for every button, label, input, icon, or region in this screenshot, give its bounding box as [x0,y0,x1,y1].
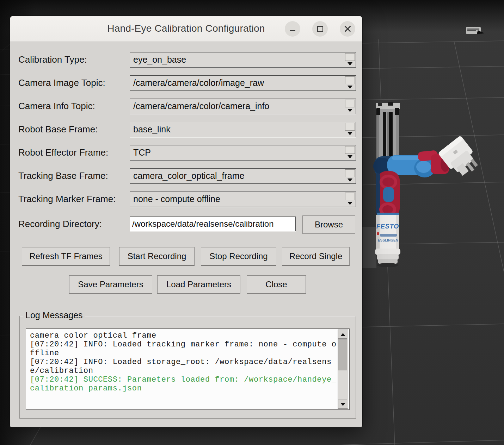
robot-base-frame-value: base_link [133,122,342,137]
dialog-title: Hand-Eye Calibration Configuration [10,23,362,34]
camera-info-topic-label: Camera Info Topic: [18,99,95,113]
log-line: [07:20:42] INFO: Loaded storage_root: /w… [30,358,337,375]
chevron-down-icon [348,178,352,182]
tracking-marker-frame-value: none - compute offline [133,192,342,206]
robot-effector-frame-combobox[interactable]: TCP [130,145,356,161]
log-output: camera_color_optical_frame [07:20:42] IN… [26,328,350,410]
combo-button[interactable] [345,193,355,200]
save-parameters-button[interactable]: Save Parameters [69,275,152,294]
camera-image-topic-label: Camera Image Topic: [18,75,105,90]
close-button[interactable]: Close [247,275,306,294]
log-line: [07:20:42] SUCCESS: Parameters loaded fr… [30,375,337,393]
rviz-3d-viewport[interactable]: FESTO ESSLINGEN Hand-Eye Calibration Con… [0,0,504,445]
combo-button[interactable] [345,76,355,84]
minimize-button[interactable] [285,21,300,37]
robot-base-frame-combobox[interactable]: base_link [130,122,356,137]
log-messages-groupbox: Log Messages camera_color_optical_frame … [19,316,356,419]
arrow-up-icon [340,333,345,336]
arrow-down-icon [340,403,345,406]
maximize-icon [317,26,323,32]
camera-info-topic-combobox[interactable]: /camera/camera/color/camera_info [130,99,356,114]
chevron-down-icon [348,155,352,158]
chevron-down-icon [348,202,352,205]
robot-effector-frame-label: Robot Effector Frame: [18,145,108,160]
robot-effector-frame-value: TCP [133,145,342,160]
start-recording-button[interactable]: Start Recording [119,247,195,265]
tracking-marker-frame-label: Tracking Marker Frame: [18,192,116,206]
log-scrollbar[interactable] [338,330,348,409]
camera-info-topic-value: /camera/camera/color/camera_info [133,99,342,113]
recording-directory-label: Recording Directory: [18,217,102,231]
tracking-marker-frame-combobox[interactable]: none - compute offline [130,192,356,207]
dialog-titlebar[interactable]: Hand-Eye Calibration Configuration [10,16,362,42]
chevron-down-icon [348,109,352,112]
close-window-button[interactable] [340,21,355,37]
record-single-button[interactable]: Record Single [282,247,350,265]
log-line: [07:20:42] INFO: Loaded tracking_marker_… [30,340,337,358]
scroll-down-button[interactable] [338,400,347,408]
combo-button[interactable] [345,169,355,177]
calibration-type-combobox[interactable]: eye_on_base [130,52,356,68]
tracking-base-frame-combobox[interactable]: camera_color_optical_frame [130,168,356,184]
stop-recording-button[interactable]: Stop Recording [201,247,276,265]
camera-image-topic-combobox[interactable]: /camera/camera/color/image_raw [130,75,356,91]
scrollbar-thumb[interactable] [338,339,347,370]
handeye-calibration-dialog: Hand-Eye Calibration Configuration Calib… [10,16,362,427]
log-messages-title: Log Messages [23,310,85,320]
festo-logo-text: FESTO [376,223,399,230]
combo-button[interactable] [345,123,355,131]
tracking-base-frame-label: Tracking Base Frame: [18,168,108,183]
refresh-tf-frames-button[interactable]: Refresh TF Frames [22,247,110,265]
browse-button[interactable]: Browse [302,215,355,234]
calibration-type-label: Calibration Type: [18,52,87,67]
chevron-down-icon [348,86,352,89]
maximize-button[interactable] [312,21,328,37]
combo-button[interactable] [345,146,355,154]
tracking-base-frame-value: camera_color_optical_frame [133,169,342,183]
scroll-up-button[interactable] [338,330,347,339]
chevron-down-icon [348,62,352,65]
calibration-type-value: eye_on_base [133,52,342,67]
camera-image-topic-value: /camera/camera/color/image_raw [133,76,342,90]
chevron-down-icon [348,132,352,135]
recording-directory-input[interactable] [130,217,296,231]
combo-button[interactable] [345,100,355,107]
log-line: camera_color_optical_frame [30,331,337,340]
festo-robot: FESTO ESSLINGEN [373,102,483,267]
robot-base: FESTO ESSLINGEN [375,213,400,267]
robot-lower-link [376,171,400,218]
esslingen-logo-text: ESSLINGEN [378,238,398,242]
combo-button[interactable] [345,53,355,61]
load-parameters-button[interactable]: Load Parameters [157,275,240,294]
log-text: camera_color_optical_frame [07:20:42] IN… [26,329,337,409]
minimize-icon [290,30,295,31]
robot-base-frame-label: Robot Base Frame: [18,122,98,137]
